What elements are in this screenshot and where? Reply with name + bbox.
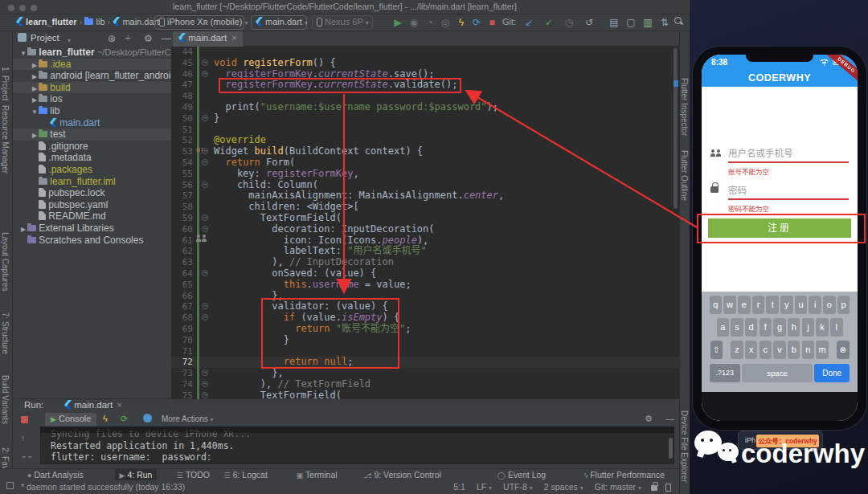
code-line-66[interactable]: 66 }, [171, 291, 679, 302]
console-tab[interactable]: ▶ Console [45, 413, 96, 427]
toolwin-6-logcat[interactable]: ☰6: Logcat [219, 469, 272, 481]
register-button[interactable]: 注册 [708, 218, 851, 238]
key-s[interactable]: s [731, 318, 743, 337]
rollback-icon[interactable]: ↺ [583, 16, 596, 29]
code-line-56[interactable]: 56− child: Column( [171, 180, 679, 191]
tree-item--gitignore[interactable]: .gitignore [13, 141, 171, 153]
fold-icon[interactable]: − [202, 314, 208, 320]
hot-restart-icon[interactable]: ⟳ [470, 16, 483, 29]
status-git-master[interactable]: Git: master ▾ [595, 482, 641, 492]
code-line-60[interactable]: 60− decoration: InputDecoration( [171, 224, 679, 235]
lock-icon[interactable] [651, 485, 657, 491]
key-m[interactable]: m [816, 341, 829, 359]
fold-icon[interactable]: − [202, 226, 208, 232]
tree-item-main-dart[interactable]: main.dart [13, 117, 171, 129]
code-editor[interactable]: 4445−void registerForm() {46− registerFo… [171, 47, 679, 399]
collapse-all-icon[interactable]: ÷ [125, 33, 131, 44]
code-line-74[interactable]: 74− ), // TextFormField [171, 379, 679, 390]
hide-panel-icon[interactable]: — [162, 33, 171, 44]
code-line-67[interactable]: 67− validator: (value) { [171, 301, 679, 312]
fold-icon[interactable]: − [202, 115, 208, 121]
stop-icon[interactable] [21, 416, 28, 423]
rail-layout-captures[interactable]: Layout Captures [1, 232, 10, 291]
key-c[interactable]: c [760, 341, 772, 359]
space-key[interactable]: space [742, 364, 813, 382]
device-manager-icon[interactable]: ▥ [641, 16, 654, 29]
fold-icon[interactable]: − [202, 303, 208, 309]
toolwin-event-log[interactable]: ◯Event Log [493, 469, 551, 481]
fold-icon[interactable]: − [202, 71, 208, 77]
code-line-68[interactable]: 68− if (value.isEmpty) { [171, 312, 679, 324]
key-h[interactable]: h [788, 318, 800, 337]
breadcrumb-project[interactable]: learn_flutter [26, 17, 77, 27]
toolwin-flutter-performance[interactable]: ϟFlutter Performance [579, 469, 669, 481]
locate-file-icon[interactable]: ⊕ [108, 33, 116, 44]
tree-item-lib[interactable]: ▼ lib [13, 105, 171, 117]
key-g[interactable]: g [773, 318, 786, 337]
key-r[interactable]: r [752, 296, 765, 314]
done-key[interactable]: Done [814, 364, 850, 382]
key-n[interactable]: n [802, 341, 815, 359]
tree-item--metadata[interactable]: .metadata [13, 152, 171, 164]
key-p[interactable]: p [837, 296, 850, 314]
code-line-58[interactable]: 58 children: <Widget>[ [171, 202, 679, 213]
rail-resource-manager[interactable]: Resource Manager [1, 105, 10, 174]
tree-item-scratches-and-consoles[interactable]: Scratches and Consoles [13, 235, 171, 247]
rail-7-structure[interactable]: 7: Structure [1, 312, 10, 354]
code-line-75[interactable]: 75− TextFormField( [171, 390, 679, 399]
fold-icon[interactable]: − [202, 159, 208, 165]
close-run-tab-icon[interactable]: × [117, 400, 122, 410]
rail-1-project[interactable]: 1: Project [1, 67, 10, 100]
key-e[interactable]: e [738, 296, 751, 314]
git-update-icon[interactable]: ↙ [522, 16, 535, 29]
run-settings-gear-icon[interactable]: ⚙ [645, 414, 653, 424]
code-line-73[interactable]: 73− }, [171, 368, 679, 379]
minimize-run-panel-icon[interactable]: — [665, 414, 674, 423]
code-line-45[interactable]: 45−void registerForm() { [171, 58, 679, 69]
toolwin-4-run[interactable]: ▶4: Run [115, 469, 158, 481]
close-tab-icon[interactable]: × [231, 33, 237, 43]
status-2-spaces[interactable]: 2 spaces ▾ [544, 482, 583, 492]
fold-icon[interactable]: − [202, 369, 208, 376]
fold-icon[interactable]: − [202, 392, 208, 398]
tree-item-learn-flutter-iml[interactable]: learn_flutter.iml [13, 176, 171, 188]
code-line-70[interactable]: 70 } [171, 335, 679, 346]
tree-item-pubspec-yaml[interactable]: pubspec.yaml [13, 199, 171, 211]
code-line-69[interactable]: 69 return "账号不能为空"; [171, 324, 679, 335]
run-tab-main-dart[interactable]: main.dart× [59, 399, 127, 413]
history-icon[interactable]: ◷ [563, 16, 575, 29]
tree-item-build[interactable]: ▶ build [13, 82, 171, 94]
run-config-selector[interactable]: main.dart ▾ [251, 15, 307, 30]
tree-item-test[interactable]: ▶ test [13, 129, 171, 141]
more-actions-button[interactable]: More Actions ▾ [162, 414, 214, 423]
toolwin-terminal[interactable]: ▣Terminal [291, 469, 342, 481]
password-field[interactable]: 密码 [728, 183, 747, 196]
code-line-71[interactable]: 71 [171, 346, 679, 357]
key-a[interactable]: a [717, 318, 730, 337]
people-preview-icon[interactable] [196, 235, 207, 243]
code-line-51[interactable]: 51 [171, 125, 679, 136]
debug-icon[interactable]: ◉ [407, 16, 420, 29]
key-d[interactable]: d [745, 318, 758, 337]
second-device-selector[interactable]: Nexus 6P ▾ [312, 15, 373, 30]
tree-item-ios[interactable]: ▶ ios [13, 93, 171, 105]
tool-window-icon[interactable]: ▢ [624, 16, 637, 29]
key-u[interactable]: u [795, 296, 808, 314]
toolwin-9-version-control[interactable]: ⎇9: Version Control [358, 469, 446, 481]
tree-item--idea[interactable]: ▶ .idea [13, 59, 171, 71]
editor-scrollbar[interactable] [674, 48, 678, 209]
tree-item-external-libraries[interactable]: ▶ External Libraries [13, 223, 171, 235]
git-commit-icon[interactable]: ✓ [542, 16, 555, 29]
tree-item-learn-flutter[interactable]: ▼ learn_flutter ~/Desktop/FlutterC [13, 47, 171, 59]
search-everywhere-icon[interactable] [672, 16, 685, 29]
collapse-icon[interactable]: ⌄⌄ [21, 451, 33, 459]
code-line-65[interactable]: 65 this.username = value; [171, 280, 679, 291]
tree-item--packages[interactable]: .packages [13, 164, 171, 176]
toolwin-dart-analysis[interactable]: ●Dart Analysis [23, 469, 88, 481]
toolwin-todo[interactable]: ☰TODO [172, 469, 215, 481]
code-line-63[interactable]: 63 ), // InputDecoration [171, 257, 679, 268]
key-b[interactable]: b [788, 341, 800, 359]
error-stripe-mark[interactable] [674, 80, 678, 87]
backspace-key[interactable]: ⊗ [837, 341, 850, 359]
key-w[interactable]: w [723, 296, 736, 314]
